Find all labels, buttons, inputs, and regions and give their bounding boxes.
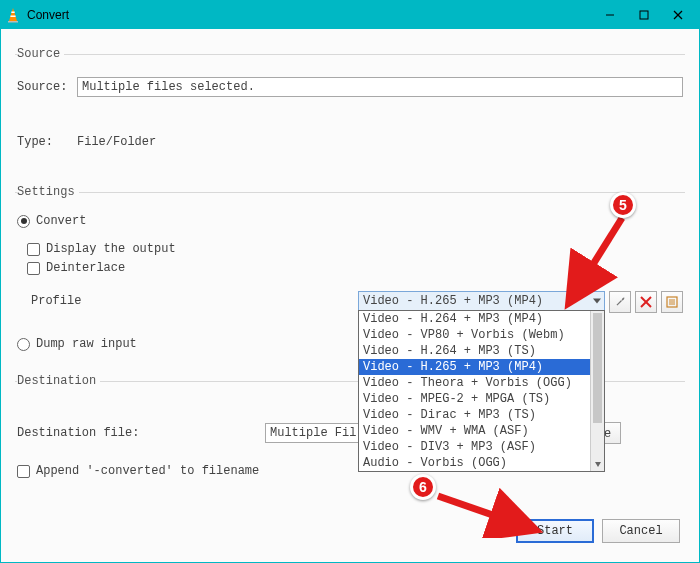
deinterlace-label: Deinterlace	[46, 261, 125, 275]
profile-option[interactable]: Video - Theora + Vorbis (OGG)	[359, 375, 604, 391]
display-output-label: Display the output	[46, 242, 176, 256]
profile-combobox[interactable]: Video - H.265 + MP3 (MP4)	[358, 291, 605, 311]
svg-rect-5	[640, 11, 648, 19]
close-button[interactable]	[661, 4, 695, 26]
settings-legend: Settings	[17, 185, 79, 199]
svg-rect-2	[11, 12, 14, 14]
type-value: File/Folder	[77, 135, 156, 149]
titlebar: Convert	[1, 1, 699, 29]
annotation-badge-6: 6	[410, 474, 436, 500]
settings-section: Settings Convert Display the output Dein…	[15, 185, 685, 356]
annotation-badge-5: 5	[610, 192, 636, 218]
profile-option[interactable]: Video - DIV3 + MP3 (ASF)	[359, 439, 604, 455]
start-button[interactable]: Start	[516, 519, 594, 543]
destination-file-label: Destination file:	[17, 426, 147, 440]
destination-legend: Destination	[17, 374, 100, 388]
new-profile-icon	[666, 296, 678, 308]
type-label: Type:	[17, 135, 77, 149]
source-label: Source:	[17, 80, 77, 94]
svg-marker-0	[9, 8, 17, 21]
source-input[interactable]	[77, 77, 683, 97]
scroll-thumb[interactable]	[593, 313, 602, 423]
profile-option[interactable]: Video - VP80 + Vorbis (Webm)	[359, 327, 604, 343]
convert-radio[interactable]	[17, 215, 30, 228]
new-profile-button[interactable]	[661, 291, 683, 313]
profile-option[interactable]: Video - H.264 + MP3 (TS)	[359, 343, 604, 359]
dump-raw-radio[interactable]	[17, 338, 30, 351]
source-legend: Source	[17, 47, 64, 61]
profile-option[interactable]: Video - WMV + WMA (ASF)	[359, 423, 604, 439]
cancel-button[interactable]: Cancel	[602, 519, 680, 543]
profile-option[interactable]: Video - MPEG-2 + MPGA (TS)	[359, 391, 604, 407]
wrench-icon	[613, 295, 627, 309]
dump-raw-label: Dump raw input	[36, 337, 137, 351]
profile-option[interactable]: Audio - Vorbis (OGG)	[359, 455, 604, 471]
convert-radio-label: Convert	[36, 214, 86, 228]
append-converted-checkbox[interactable]	[17, 465, 30, 478]
edit-profile-button[interactable]	[609, 291, 631, 313]
source-section: Source Source: Type: File/Folder	[15, 47, 685, 155]
chevron-down-icon	[593, 299, 601, 304]
profile-option[interactable]: Video - H.265 + MP3 (MP4)	[359, 359, 604, 375]
profile-option[interactable]: Video - H.264 + MP3 (MP4)	[359, 311, 604, 327]
cancel-button-label: Cancel	[619, 524, 662, 538]
svg-marker-9	[595, 462, 601, 467]
window-title: Convert	[27, 8, 593, 22]
scroll-down-icon[interactable]	[591, 457, 604, 471]
vlc-icon	[5, 7, 21, 23]
dropdown-scrollbar[interactable]	[590, 311, 604, 471]
delete-profile-button[interactable]	[635, 291, 657, 313]
maximize-button[interactable]	[627, 4, 661, 26]
start-button-label: Start	[537, 524, 573, 538]
append-converted-label: Append '-converted' to filename	[36, 464, 259, 478]
display-output-checkbox[interactable]	[27, 243, 40, 256]
delete-icon	[640, 296, 652, 308]
deinterlace-checkbox[interactable]	[27, 262, 40, 275]
convert-window: Convert Source Source: Type: File/Folder…	[0, 0, 700, 563]
profile-option[interactable]: Video - Dirac + MP3 (TS)	[359, 407, 604, 423]
svg-rect-1	[8, 21, 18, 23]
profile-dropdown[interactable]: Video - H.264 + MP3 (MP4)Video - VP80 + …	[358, 310, 605, 472]
profile-selected: Video - H.265 + MP3 (MP4)	[363, 294, 543, 308]
minimize-button[interactable]	[593, 4, 627, 26]
svg-rect-3	[10, 16, 15, 18]
profile-label: Profile	[31, 291, 111, 308]
